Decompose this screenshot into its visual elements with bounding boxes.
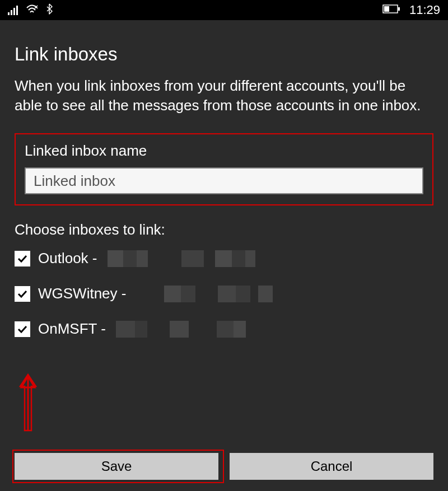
- signal-icon: [8, 5, 18, 15]
- redacted-text: [116, 321, 246, 338]
- page-title: Link inboxes: [15, 44, 433, 65]
- clock: 11:29: [409, 3, 440, 17]
- linked-inbox-input[interactable]: [25, 167, 423, 194]
- battery-icon: [382, 4, 400, 16]
- linked-inbox-highlight: Linked inbox name: [15, 133, 433, 205]
- cancel-button[interactable]: Cancel: [230, 453, 433, 480]
- inbox-item-outlook[interactable]: Outlook -: [15, 250, 433, 267]
- status-bar: 11:29: [0, 0, 448, 20]
- svg-rect-1: [398, 7, 400, 11]
- checkbox-onmsft[interactable]: [15, 321, 30, 337]
- checkbox-outlook[interactable]: [15, 251, 30, 266]
- save-button[interactable]: Save: [15, 453, 218, 480]
- bluetooth-icon: [46, 3, 53, 17]
- redacted-text: [136, 286, 273, 302]
- choose-inboxes-label: Choose inboxes to link:: [15, 221, 433, 239]
- wifi-icon: [26, 4, 38, 16]
- inbox-item-onmsft[interactable]: OnMSFT -: [15, 320, 433, 338]
- check-icon: [17, 325, 27, 333]
- svg-rect-2: [384, 6, 389, 12]
- inbox-item-wgswitney[interactable]: WGSWitney -: [15, 285, 433, 302]
- inbox-label-onmsft: OnMSFT -: [38, 320, 106, 338]
- checkbox-wgswitney[interactable]: [15, 286, 30, 302]
- check-icon: [17, 290, 27, 298]
- button-row: Save Cancel: [15, 453, 433, 480]
- inbox-label-outlook: Outlook -: [38, 250, 97, 267]
- redacted-text: [108, 250, 255, 267]
- inbox-label-wgswitney: WGSWitney -: [38, 285, 126, 302]
- status-left: [8, 3, 53, 17]
- arrow-annotation: [17, 372, 39, 433]
- check-icon: [17, 255, 27, 263]
- linked-inbox-label: Linked inbox name: [25, 142, 423, 160]
- page-description: When you link inboxes from your differen…: [15, 76, 433, 115]
- status-right: 11:29: [382, 3, 440, 17]
- content: Link inboxes When you link inboxes from …: [0, 20, 448, 338]
- inbox-list: Outlook - WGSWitney -: [15, 250, 433, 338]
